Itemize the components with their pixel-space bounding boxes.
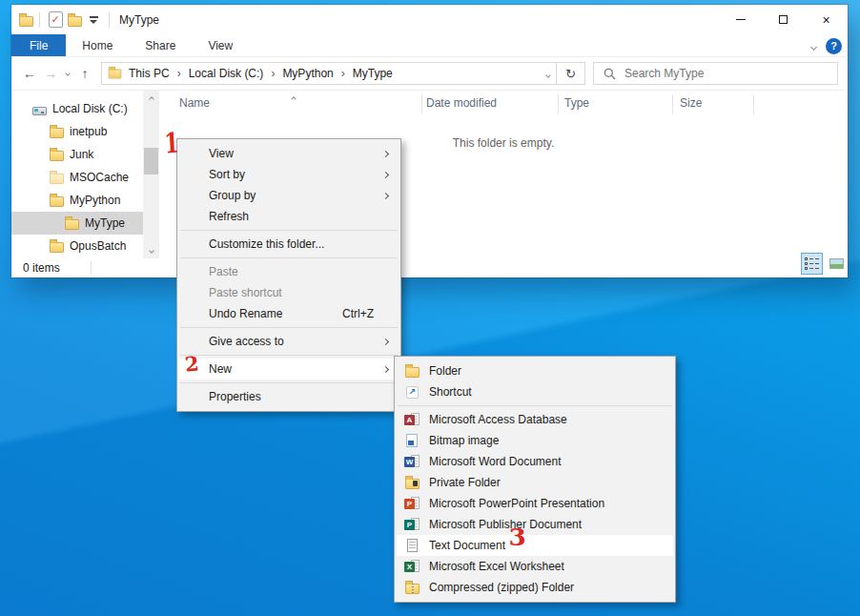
scroll-up-button[interactable] (143, 91, 159, 107)
maximize-button[interactable] (762, 5, 805, 34)
submenu-item-folder[interactable]: Folder (397, 360, 673, 381)
menu-separator (180, 355, 398, 356)
scrollbar-thumb[interactable] (144, 148, 158, 175)
column-divider[interactable] (421, 94, 422, 113)
sidebar-item-inetpub[interactable]: inetpub (11, 120, 143, 143)
qat-customize-dropdown[interactable] (84, 10, 103, 31)
menu-separator (398, 405, 672, 406)
statusbar-divider (91, 261, 92, 275)
qat-new-folder-button[interactable] (65, 10, 84, 31)
minimize-button[interactable] (719, 5, 762, 34)
ribbon-tabs: File Home Share View ? (11, 34, 848, 57)
folder-icon (50, 174, 64, 184)
submenu-item-publisher-document[interactable]: P Microsoft Publisher Document (397, 514, 673, 535)
zipped-folder-icon (405, 584, 420, 594)
address-dropdown-button[interactable] (546, 67, 550, 80)
menu-item-give-access-to[interactable]: Give access to (179, 331, 399, 352)
menu-item-refresh[interactable]: Refresh (179, 206, 399, 227)
sidebar-item-local-disk[interactable]: Local Disk (C:) (11, 97, 143, 120)
status-bar: 0 items (11, 258, 848, 277)
sidebar-item-msocache[interactable]: MSOCache (11, 166, 143, 189)
submenu-item-access-database[interactable]: A Microsoft Access Database (397, 409, 673, 430)
new-folder-icon (68, 16, 82, 27)
folder-icon (50, 128, 64, 138)
menu-item-paste-shortcut[interactable]: Paste shortcut (179, 282, 399, 303)
menu-item-group-by[interactable]: Group by (179, 185, 399, 206)
chevron-down-icon (810, 44, 817, 51)
submenu-item-bitmap-image[interactable]: Bitmap image (397, 430, 673, 451)
help-button[interactable]: ? (826, 38, 842, 54)
tab-share[interactable]: Share (129, 34, 192, 56)
submenu-item-powerpoint-presentation[interactable]: P Microsoft PowerPoint Presentation (397, 493, 673, 514)
up-button[interactable]: ↑ (74, 62, 95, 85)
tab-file[interactable]: File (11, 34, 66, 56)
menu-separator (180, 382, 398, 383)
customize-toolbar-icon (90, 16, 98, 24)
breadcrumb-mytype[interactable]: MyType (351, 67, 395, 80)
window-title: MyType (119, 13, 159, 27)
shortcut-icon: ↗ (406, 386, 419, 399)
column-divider[interactable] (672, 94, 673, 113)
scroll-down-button[interactable] (143, 242, 159, 258)
desktop[interactable]: ✓ MyType × File Home Share View ? (0, 0, 860, 616)
breadcrumb-mypython[interactable]: MyPython (280, 67, 335, 80)
titlebar-separator (109, 12, 110, 28)
menu-item-sort-by[interactable]: Sort by (179, 164, 399, 185)
tab-view[interactable]: View (192, 34, 249, 56)
titlebar[interactable]: ✓ MyType × (11, 5, 848, 34)
menu-item-properties[interactable]: Properties (179, 386, 399, 407)
recent-locations-dropdown[interactable] (61, 62, 74, 85)
close-icon: × (822, 13, 829, 27)
back-button[interactable]: ← (19, 62, 40, 85)
annotation-step-1: 1 (164, 126, 180, 159)
word-icon: W (404, 455, 420, 469)
column-header-type[interactable]: Type (564, 96, 589, 110)
column-divider[interactable] (753, 94, 754, 113)
column-header-name[interactable]: Name (179, 96, 210, 110)
context-menu: View Sort by Group by Refresh Customize … (176, 138, 401, 412)
submenu-item-private-folder[interactable]: Private Folder (397, 472, 673, 493)
submenu-item-shortcut[interactable]: ↗ Shortcut (397, 381, 673, 402)
shortcut-label: Ctrl+Z (342, 307, 374, 320)
search-icon (604, 68, 616, 80)
search-input[interactable] (625, 67, 828, 80)
forward-button[interactable]: → (40, 62, 61, 85)
sidebar-scrollbar[interactable] (143, 91, 159, 258)
menu-item-view[interactable]: View (179, 143, 399, 164)
expand-ribbon-button[interactable] (811, 39, 816, 52)
breadcrumb-this-pc[interactable]: This PC (127, 67, 172, 80)
submenu-item-compressed-folder[interactable]: Compressed (zipped) Folder (397, 577, 673, 598)
breadcrumb-local-disk[interactable]: Local Disk (C:) (187, 67, 266, 80)
submenu-chevron-icon (382, 365, 389, 372)
menu-item-new[interactable]: New (179, 359, 399, 380)
menu-item-customize-folder[interactable]: Customize this folder... (179, 234, 399, 255)
navigation-pane: Local Disk (C:) inetpub Junk MSOCache My… (11, 91, 159, 258)
maximize-icon (779, 15, 788, 24)
tab-home[interactable]: Home (66, 34, 129, 56)
folder-icon (65, 219, 79, 230)
thumbnail-view-button[interactable] (826, 253, 848, 275)
details-view-button[interactable] (801, 253, 823, 275)
folder-icon (50, 151, 64, 161)
refresh-button[interactable]: ↻ (557, 62, 585, 85)
submenu-item-word-document[interactable]: W Microsoft Word Document (397, 451, 673, 472)
sidebar-item-opusbatch[interactable]: OpusBatch (11, 235, 143, 257)
chevron-right-icon: › (340, 67, 346, 80)
column-header-size[interactable]: Size (680, 96, 702, 110)
folder-icon (50, 242, 64, 253)
submenu-item-excel-worksheet[interactable]: X Microsoft Excel Worksheet (397, 556, 673, 577)
sidebar-item-mypython[interactable]: MyPython (11, 189, 143, 212)
column-header-date-modified[interactable]: Date modified (426, 96, 497, 110)
sidebar-item-junk[interactable]: Junk (11, 143, 143, 166)
column-divider[interactable] (558, 94, 559, 113)
publisher-icon: P (404, 518, 420, 532)
search-box[interactable] (593, 62, 838, 85)
sidebar-item-mytype[interactable]: MyType (11, 212, 143, 235)
address-bar[interactable]: This PC › Local Disk (C:) › MyPython › M… (101, 62, 557, 85)
menu-item-paste[interactable]: Paste (179, 261, 399, 282)
access-icon: A (404, 413, 420, 427)
qat-properties-button[interactable]: ✓ (46, 10, 65, 31)
close-button[interactable]: × (805, 5, 848, 34)
submenu-item-text-document[interactable]: Text Document (397, 535, 673, 556)
menu-item-undo-rename[interactable]: Undo Rename Ctrl+Z (179, 303, 399, 324)
